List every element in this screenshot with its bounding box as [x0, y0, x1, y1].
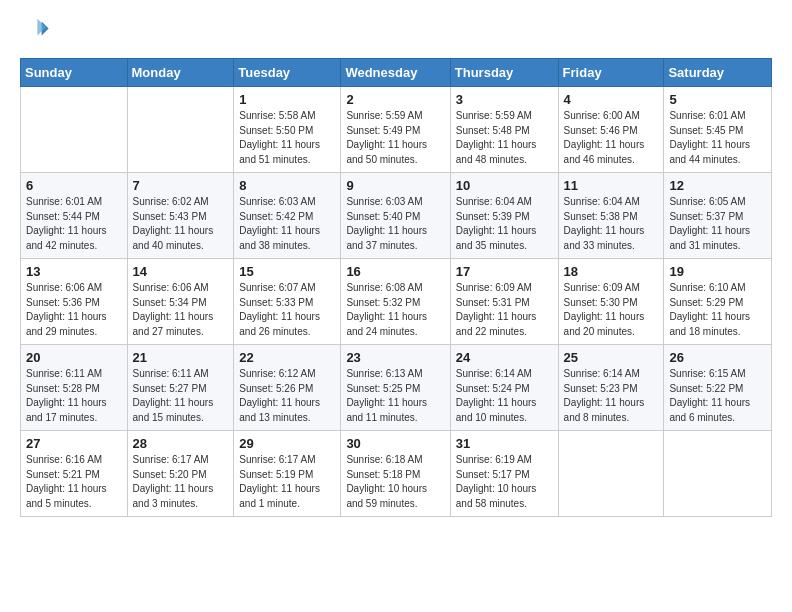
calendar-cell: 5Sunrise: 6:01 AM Sunset: 5:45 PM Daylig…	[664, 87, 772, 173]
day-number: 21	[133, 350, 229, 365]
calendar-cell: 29Sunrise: 6:17 AM Sunset: 5:19 PM Dayli…	[234, 431, 341, 517]
calendar-cell: 28Sunrise: 6:17 AM Sunset: 5:20 PM Dayli…	[127, 431, 234, 517]
day-number: 14	[133, 264, 229, 279]
calendar-cell	[21, 87, 128, 173]
calendar-cell: 10Sunrise: 6:04 AM Sunset: 5:39 PM Dayli…	[450, 173, 558, 259]
calendar-cell: 22Sunrise: 6:12 AM Sunset: 5:26 PM Dayli…	[234, 345, 341, 431]
day-number: 11	[564, 178, 659, 193]
day-detail: Sunrise: 6:18 AM Sunset: 5:18 PM Dayligh…	[346, 453, 444, 511]
calendar-cell: 25Sunrise: 6:14 AM Sunset: 5:23 PM Dayli…	[558, 345, 664, 431]
weekday-header-thursday: Thursday	[450, 59, 558, 87]
day-detail: Sunrise: 6:09 AM Sunset: 5:30 PM Dayligh…	[564, 281, 659, 339]
weekday-header-row: SundayMondayTuesdayWednesdayThursdayFrid…	[21, 59, 772, 87]
calendar-cell: 11Sunrise: 6:04 AM Sunset: 5:38 PM Dayli…	[558, 173, 664, 259]
day-detail: Sunrise: 6:11 AM Sunset: 5:28 PM Dayligh…	[26, 367, 122, 425]
logo-icon	[22, 16, 50, 44]
calendar-cell: 23Sunrise: 6:13 AM Sunset: 5:25 PM Dayli…	[341, 345, 450, 431]
day-number: 31	[456, 436, 553, 451]
calendar-cell	[127, 87, 234, 173]
day-detail: Sunrise: 6:04 AM Sunset: 5:39 PM Dayligh…	[456, 195, 553, 253]
day-number: 4	[564, 92, 659, 107]
calendar-cell: 24Sunrise: 6:14 AM Sunset: 5:24 PM Dayli…	[450, 345, 558, 431]
day-number: 22	[239, 350, 335, 365]
day-detail: Sunrise: 6:06 AM Sunset: 5:36 PM Dayligh…	[26, 281, 122, 339]
day-detail: Sunrise: 6:04 AM Sunset: 5:38 PM Dayligh…	[564, 195, 659, 253]
day-detail: Sunrise: 6:16 AM Sunset: 5:21 PM Dayligh…	[26, 453, 122, 511]
day-number: 13	[26, 264, 122, 279]
day-number: 8	[239, 178, 335, 193]
day-detail: Sunrise: 6:17 AM Sunset: 5:19 PM Dayligh…	[239, 453, 335, 511]
calendar-cell: 6Sunrise: 6:01 AM Sunset: 5:44 PM Daylig…	[21, 173, 128, 259]
weekday-header-wednesday: Wednesday	[341, 59, 450, 87]
day-detail: Sunrise: 6:09 AM Sunset: 5:31 PM Dayligh…	[456, 281, 553, 339]
calendar-cell: 26Sunrise: 6:15 AM Sunset: 5:22 PM Dayli…	[664, 345, 772, 431]
day-number: 12	[669, 178, 766, 193]
day-number: 18	[564, 264, 659, 279]
day-number: 9	[346, 178, 444, 193]
day-detail: Sunrise: 6:03 AM Sunset: 5:42 PM Dayligh…	[239, 195, 335, 253]
calendar-table: SundayMondayTuesdayWednesdayThursdayFrid…	[20, 58, 772, 517]
day-detail: Sunrise: 6:14 AM Sunset: 5:24 PM Dayligh…	[456, 367, 553, 425]
weekday-header-monday: Monday	[127, 59, 234, 87]
day-number: 3	[456, 92, 553, 107]
calendar-cell: 8Sunrise: 6:03 AM Sunset: 5:42 PM Daylig…	[234, 173, 341, 259]
day-detail: Sunrise: 6:07 AM Sunset: 5:33 PM Dayligh…	[239, 281, 335, 339]
calendar-cell: 7Sunrise: 6:02 AM Sunset: 5:43 PM Daylig…	[127, 173, 234, 259]
calendar-cell: 3Sunrise: 5:59 AM Sunset: 5:48 PM Daylig…	[450, 87, 558, 173]
weekday-header-tuesday: Tuesday	[234, 59, 341, 87]
calendar-cell: 19Sunrise: 6:10 AM Sunset: 5:29 PM Dayli…	[664, 259, 772, 345]
day-number: 28	[133, 436, 229, 451]
day-number: 23	[346, 350, 444, 365]
calendar-cell	[664, 431, 772, 517]
day-detail: Sunrise: 6:06 AM Sunset: 5:34 PM Dayligh…	[133, 281, 229, 339]
calendar-cell: 16Sunrise: 6:08 AM Sunset: 5:32 PM Dayli…	[341, 259, 450, 345]
calendar-cell: 20Sunrise: 6:11 AM Sunset: 5:28 PM Dayli…	[21, 345, 128, 431]
calendar-cell: 1Sunrise: 5:58 AM Sunset: 5:50 PM Daylig…	[234, 87, 341, 173]
svg-marker-1	[37, 19, 45, 36]
day-number: 19	[669, 264, 766, 279]
weekday-header-saturday: Saturday	[664, 59, 772, 87]
day-detail: Sunrise: 6:03 AM Sunset: 5:40 PM Dayligh…	[346, 195, 444, 253]
day-detail: Sunrise: 6:19 AM Sunset: 5:17 PM Dayligh…	[456, 453, 553, 511]
weekday-header-sunday: Sunday	[21, 59, 128, 87]
calendar-cell: 21Sunrise: 6:11 AM Sunset: 5:27 PM Dayli…	[127, 345, 234, 431]
day-number: 26	[669, 350, 766, 365]
calendar-cell: 9Sunrise: 6:03 AM Sunset: 5:40 PM Daylig…	[341, 173, 450, 259]
day-detail: Sunrise: 5:59 AM Sunset: 5:48 PM Dayligh…	[456, 109, 553, 167]
day-number: 17	[456, 264, 553, 279]
calendar-cell: 17Sunrise: 6:09 AM Sunset: 5:31 PM Dayli…	[450, 259, 558, 345]
weekday-header-friday: Friday	[558, 59, 664, 87]
day-detail: Sunrise: 5:58 AM Sunset: 5:50 PM Dayligh…	[239, 109, 335, 167]
day-detail: Sunrise: 6:00 AM Sunset: 5:46 PM Dayligh…	[564, 109, 659, 167]
day-detail: Sunrise: 6:13 AM Sunset: 5:25 PM Dayligh…	[346, 367, 444, 425]
calendar-cell: 15Sunrise: 6:07 AM Sunset: 5:33 PM Dayli…	[234, 259, 341, 345]
day-number: 6	[26, 178, 122, 193]
day-detail: Sunrise: 6:12 AM Sunset: 5:26 PM Dayligh…	[239, 367, 335, 425]
week-row-1: 1Sunrise: 5:58 AM Sunset: 5:50 PM Daylig…	[21, 87, 772, 173]
calendar-cell: 31Sunrise: 6:19 AM Sunset: 5:17 PM Dayli…	[450, 431, 558, 517]
week-row-3: 13Sunrise: 6:06 AM Sunset: 5:36 PM Dayli…	[21, 259, 772, 345]
day-detail: Sunrise: 6:14 AM Sunset: 5:23 PM Dayligh…	[564, 367, 659, 425]
day-detail: Sunrise: 6:17 AM Sunset: 5:20 PM Dayligh…	[133, 453, 229, 511]
day-number: 24	[456, 350, 553, 365]
day-detail: Sunrise: 6:01 AM Sunset: 5:45 PM Dayligh…	[669, 109, 766, 167]
day-number: 2	[346, 92, 444, 107]
day-detail: Sunrise: 6:02 AM Sunset: 5:43 PM Dayligh…	[133, 195, 229, 253]
day-number: 1	[239, 92, 335, 107]
calendar-cell: 14Sunrise: 6:06 AM Sunset: 5:34 PM Dayli…	[127, 259, 234, 345]
day-detail: Sunrise: 6:11 AM Sunset: 5:27 PM Dayligh…	[133, 367, 229, 425]
week-row-4: 20Sunrise: 6:11 AM Sunset: 5:28 PM Dayli…	[21, 345, 772, 431]
day-detail: Sunrise: 6:01 AM Sunset: 5:44 PM Dayligh…	[26, 195, 122, 253]
day-number: 5	[669, 92, 766, 107]
calendar-cell: 30Sunrise: 6:18 AM Sunset: 5:18 PM Dayli…	[341, 431, 450, 517]
day-detail: Sunrise: 5:59 AM Sunset: 5:49 PM Dayligh…	[346, 109, 444, 167]
page-header	[20, 16, 772, 48]
calendar-cell: 12Sunrise: 6:05 AM Sunset: 5:37 PM Dayli…	[664, 173, 772, 259]
day-detail: Sunrise: 6:15 AM Sunset: 5:22 PM Dayligh…	[669, 367, 766, 425]
day-number: 16	[346, 264, 444, 279]
calendar-cell: 2Sunrise: 5:59 AM Sunset: 5:49 PM Daylig…	[341, 87, 450, 173]
day-detail: Sunrise: 6:10 AM Sunset: 5:29 PM Dayligh…	[669, 281, 766, 339]
day-detail: Sunrise: 6:08 AM Sunset: 5:32 PM Dayligh…	[346, 281, 444, 339]
day-number: 29	[239, 436, 335, 451]
week-row-5: 27Sunrise: 6:16 AM Sunset: 5:21 PM Dayli…	[21, 431, 772, 517]
